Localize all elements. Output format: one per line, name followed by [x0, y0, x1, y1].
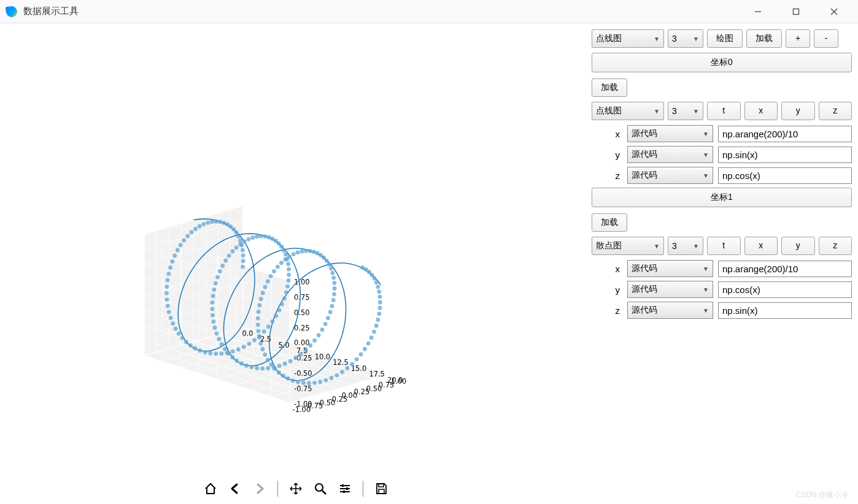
axis-button-x[interactable]: x [744, 237, 778, 255]
home-icon[interactable] [200, 478, 221, 499]
axis-expr-input[interactable] [718, 126, 852, 142]
axis-button-x[interactable]: x [744, 102, 778, 120]
zoom-icon[interactable] [310, 478, 331, 499]
svg-point-277 [378, 306, 382, 310]
svg-point-175 [218, 269, 222, 273]
minus-button[interactable]: - [814, 29, 838, 48]
svg-point-241 [257, 304, 261, 308]
svg-point-250 [266, 357, 270, 362]
svg-point-138 [242, 345, 246, 349]
svg-text:0.50: 0.50 [294, 308, 309, 317]
svg-point-273 [372, 330, 376, 334]
svg-point-252 [272, 367, 277, 371]
svg-point-247 [258, 342, 263, 346]
axis-source-select[interactable]: 源代码 ▼ [627, 281, 713, 298]
svg-point-224 [315, 251, 320, 256]
close-button[interactable] [824, 3, 844, 20]
axis-button-t[interactable]: t [707, 237, 741, 255]
configure-icon[interactable] [334, 478, 355, 499]
plot-canvas[interactable]: 0.02.55.07.510.012.515.017.520.0-1.00-0.… [0, 23, 592, 477]
axis-expr-input[interactable] [718, 302, 852, 319]
svg-point-157 [282, 248, 286, 253]
svg-point-182 [211, 313, 215, 318]
svg-text:1.00: 1.00 [294, 278, 309, 286]
top-dimension-select[interactable]: 3 ▼ [668, 29, 703, 48]
section-dimension-select[interactable]: 3 ▼ [668, 102, 703, 120]
axis-button-y[interactable]: y [781, 102, 815, 120]
section-load-button[interactable]: 加载 [592, 213, 627, 232]
svg-point-94 [236, 234, 241, 239]
axis-button-y[interactable]: y [781, 237, 815, 255]
svg-point-134 [219, 351, 223, 356]
axis-expr-input[interactable] [718, 261, 852, 277]
axis-source-select[interactable]: 源代码 ▼ [627, 260, 713, 277]
maximize-button[interactable] [786, 3, 806, 20]
svg-point-136 [231, 349, 235, 354]
svg-text:-0.50: -0.50 [294, 369, 312, 378]
section-dimension-select[interactable]: 3 ▼ [668, 237, 703, 255]
select-value: 源代码 [632, 305, 657, 316]
axis-source-select[interactable]: 源代码 ▼ [627, 302, 713, 319]
coord-header-0[interactable]: 坐标0 [592, 53, 852, 72]
axis-button-z[interactable]: z [819, 237, 852, 255]
svg-point-270 [363, 347, 367, 351]
axis-source-select[interactable]: 源代码 ▼ [627, 125, 713, 142]
svg-point-132 [208, 351, 212, 356]
svg-point-121 [167, 310, 171, 314]
axis-button-z[interactable]: z [819, 102, 852, 120]
axis-source-select[interactable]: 源代码 ▼ [627, 167, 713, 184]
svg-point-231 [287, 254, 292, 259]
svg-point-172 [227, 254, 231, 258]
chevron-down-icon: ▼ [703, 151, 709, 158]
svg-point-272 [369, 335, 374, 340]
minimize-button[interactable] [748, 3, 768, 20]
svg-point-116 [166, 278, 170, 283]
svg-point-261 [318, 380, 322, 384]
watermark: CSDN @微小冷 [795, 490, 848, 500]
axis-expr-input[interactable] [718, 167, 852, 184]
svg-point-117 [164, 284, 169, 289]
svg-point-238 [263, 285, 268, 289]
svg-point-120 [166, 304, 170, 308]
svg-point-178 [212, 288, 216, 292]
chevron-down-icon: ▼ [693, 108, 699, 115]
coord-header-1[interactable]: 坐标1 [592, 188, 852, 207]
pan-icon[interactable] [285, 478, 306, 499]
svg-point-226 [308, 249, 312, 253]
mpl-toolbar [0, 477, 592, 504]
save-icon[interactable] [371, 478, 392, 499]
svg-point-163 [263, 234, 267, 239]
svg-point-153 [287, 267, 291, 272]
svg-point-200 [283, 362, 287, 366]
chevron-down-icon: ▼ [693, 36, 699, 42]
load-button[interactable]: 加载 [746, 29, 782, 48]
axis-label-x: x [595, 129, 622, 139]
section-chart-type-select[interactable]: 点线图 ▼ [592, 102, 664, 120]
axis-source-select[interactable]: 源代码 ▼ [627, 146, 713, 163]
svg-point-265 [340, 370, 344, 374]
svg-point-154 [286, 262, 290, 266]
svg-rect-296 [379, 484, 384, 487]
top-chart-type-select[interactable]: 点线图 ▼ [592, 29, 664, 48]
svg-text:12.5: 12.5 [333, 358, 348, 367]
svg-point-207 [317, 333, 321, 337]
svg-point-193 [244, 364, 249, 368]
section-load-button[interactable]: 加载 [592, 78, 627, 97]
svg-point-234 [276, 265, 280, 269]
axis-expr-input[interactable] [718, 147, 852, 163]
plus-button[interactable]: + [786, 29, 810, 48]
axis-label-y: y [595, 284, 622, 295]
section-chart-type-select[interactable]: 散点图 ▼ [592, 237, 664, 255]
forward-icon[interactable] [249, 478, 270, 499]
svg-point-204 [304, 348, 308, 352]
back-icon[interactable] [225, 478, 245, 499]
plot-area: 0.02.55.07.510.012.515.017.520.0-1.00-0.… [0, 23, 592, 504]
axis-button-t[interactable]: t [707, 102, 741, 120]
svg-point-214 [332, 292, 336, 296]
svg-point-189 [226, 351, 231, 356]
svg-point-260 [312, 381, 317, 385]
axis-expr-input[interactable] [718, 281, 852, 298]
svg-point-148 [282, 296, 287, 300]
svg-text:0.0: 0.0 [242, 329, 253, 338]
draw-button[interactable]: 绘图 [707, 29, 743, 48]
